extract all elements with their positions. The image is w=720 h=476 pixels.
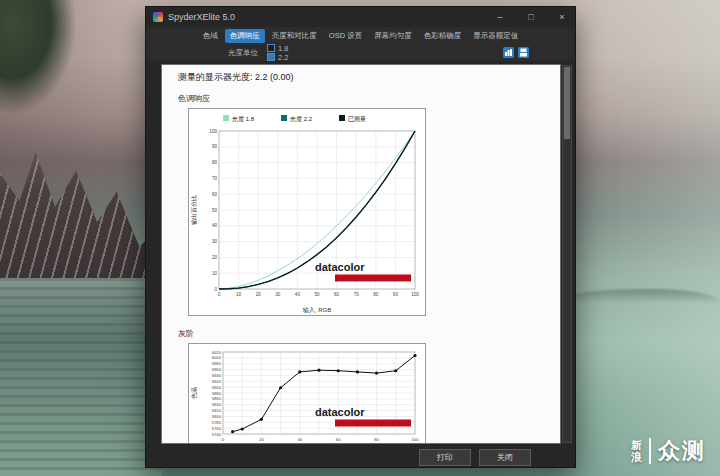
svg-text:输出百分比: 输出百分比 <box>191 195 198 225</box>
scrollbar-thumb[interactable] <box>564 67 570 139</box>
scrollbar[interactable] <box>562 65 572 443</box>
checkbox-icon[interactable] <box>267 53 275 61</box>
svg-text:光度 1.8: 光度 1.8 <box>231 115 255 123</box>
maximize-button[interactable]: □ <box>518 7 544 27</box>
svg-text:80: 80 <box>373 292 379 297</box>
svg-text:100: 100 <box>412 437 420 442</box>
close-window-button[interactable]: × <box>549 7 575 27</box>
svg-text:60: 60 <box>334 292 340 297</box>
svg-text:20: 20 <box>259 437 264 442</box>
watermark-divider <box>649 438 651 464</box>
svg-text:5880: 5880 <box>212 391 222 396</box>
svg-text:datacolor: datacolor <box>315 406 365 418</box>
watermark: 新浪 众测 <box>631 436 706 466</box>
svg-text:5840: 5840 <box>212 402 222 407</box>
gamma-unit-group: 光度单位 1.82.2 <box>228 44 288 62</box>
svg-text:10: 10 <box>212 271 218 276</box>
svg-text:90: 90 <box>212 144 218 149</box>
svg-text:5860: 5860 <box>212 396 222 401</box>
svg-text:30: 30 <box>212 239 218 244</box>
svg-text:80: 80 <box>374 437 379 442</box>
mountain-landscape <box>0 128 162 280</box>
svg-text:100: 100 <box>411 292 419 297</box>
gamma-option-18[interactable]: 1.8 <box>267 44 288 53</box>
svg-text:20: 20 <box>212 255 218 260</box>
svg-text:0: 0 <box>222 437 225 442</box>
svg-text:60: 60 <box>212 192 218 197</box>
svg-text:6000: 6000 <box>212 355 222 360</box>
close-button[interactable]: 关闭 <box>479 449 531 466</box>
tab-bar: 色域色调响应亮度和对比度OSD 设置屏幕均匀度色彩精确度显示器额定值 <box>146 27 575 44</box>
svg-text:30: 30 <box>275 292 281 297</box>
print-button[interactable]: 打印 <box>419 449 471 466</box>
grayscale-chart: 0204060801005740576057805800582058405860… <box>189 344 425 444</box>
app-icon <box>153 12 163 22</box>
results-page: 测量的显示器光度: 2.2 (0.00) 色调响应 01020304050607… <box>161 64 561 444</box>
gamma-option-label: 1.8 <box>278 44 288 53</box>
svg-text:40: 40 <box>295 292 301 297</box>
svg-text:5980: 5980 <box>212 361 222 366</box>
svg-text:10: 10 <box>236 292 242 297</box>
tab-osd-settings[interactable]: OSD 设置 <box>324 29 367 43</box>
svg-text:60: 60 <box>336 437 341 442</box>
svg-text:6020: 6020 <box>212 350 222 355</box>
svg-text:100: 100 <box>209 129 217 134</box>
tab-monitor-ratings[interactable]: 显示器额定值 <box>468 29 523 43</box>
svg-text:datacolor: datacolor <box>315 261 365 273</box>
svg-text:5920: 5920 <box>212 379 222 384</box>
svg-text:90: 90 <box>393 292 399 297</box>
svg-text:40: 40 <box>212 223 218 228</box>
svg-text:0: 0 <box>214 287 217 292</box>
svg-text:50: 50 <box>314 292 320 297</box>
window-title: SpyderXElite 5.0 <box>168 12 235 22</box>
svg-text:5820: 5820 <box>212 408 222 413</box>
svg-text:5960: 5960 <box>212 367 222 372</box>
tone-response-chart-box: 0102030405060708090100010203040506070809… <box>188 108 426 316</box>
spyderx-elite-window: SpyderXElite 5.0 – □ × 色域色调响应亮度和对比度OSD 设… <box>145 6 576 468</box>
tab-screen-uniformity[interactable]: 屏幕均匀度 <box>369 29 417 43</box>
svg-text:50: 50 <box>212 208 218 213</box>
watermark-zhongce: 众测 <box>658 436 706 466</box>
svg-text:5740: 5740 <box>212 432 222 437</box>
tab-gamut[interactable]: 色域 <box>198 29 223 43</box>
tab-brightness-contrast[interactable]: 亮度和对比度 <box>267 29 322 43</box>
checkbox-icon[interactable] <box>267 44 275 52</box>
svg-text:70: 70 <box>354 292 360 297</box>
grayscale-heading: 灰阶 <box>178 328 560 339</box>
toolbar-icons <box>503 47 529 60</box>
svg-text:5940: 5940 <box>212 373 222 378</box>
tone-response-chart: 0102030405060708090100010203040506070809… <box>189 109 425 315</box>
svg-text:5800: 5800 <box>212 414 222 419</box>
lake-reflection <box>0 278 162 476</box>
svg-text:输入, RGB: 输入, RGB <box>303 307 331 314</box>
svg-text:70: 70 <box>212 176 218 181</box>
tone-response-heading: 色调响应 <box>178 93 560 104</box>
watermark-sina: 新浪 <box>631 439 642 463</box>
toolbar: 光度单位 1.82.2 <box>146 44 575 61</box>
svg-text:80: 80 <box>212 160 218 165</box>
svg-text:5900: 5900 <box>212 385 222 390</box>
gamma-options: 1.82.2 <box>258 44 288 62</box>
measured-gamma-text: 测量的显示器光度: 2.2 (0.00) <box>178 71 560 84</box>
svg-text:5760: 5760 <box>212 426 222 431</box>
tree-silhouette <box>0 0 77 115</box>
gamma-unit-label: 光度单位 <box>228 48 258 58</box>
svg-text:0: 0 <box>218 292 221 297</box>
svg-text:5780: 5780 <box>212 420 222 425</box>
footer-bar: 打印关闭 <box>146 447 575 467</box>
svg-text:光度 2.2: 光度 2.2 <box>289 115 313 123</box>
content-area: 测量的显示器光度: 2.2 (0.00) 色调响应 01020304050607… <box>146 61 575 447</box>
save-icon[interactable] <box>518 47 529 60</box>
title-bar[interactable]: SpyderXElite 5.0 – □ × <box>146 7 575 27</box>
svg-text:20: 20 <box>256 292 262 297</box>
tab-color-accuracy[interactable]: 色彩精确度 <box>419 29 467 43</box>
minimize-button[interactable]: – <box>487 7 513 27</box>
svg-text:40: 40 <box>297 437 302 442</box>
report-chart-icon[interactable] <box>503 47 514 60</box>
tab-tone-response[interactable]: 色调响应 <box>225 29 265 43</box>
svg-text:色温: 色温 <box>190 387 197 399</box>
svg-text:已测量: 已测量 <box>348 115 366 122</box>
grayscale-chart-box: 0204060801005740576057805800582058405860… <box>188 343 426 444</box>
